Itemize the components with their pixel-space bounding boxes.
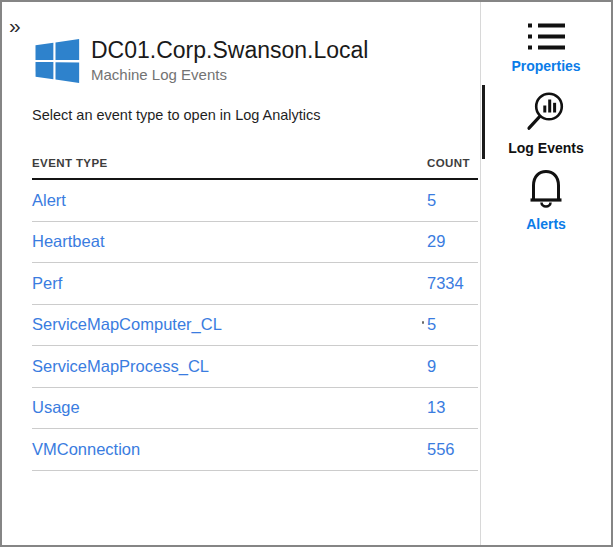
blade-header: DC01.Corp.Swanson.Local Machine Log Even… [35,38,368,83]
toolbar-item-alerts[interactable]: Alerts [481,168,611,232]
event-count-link[interactable]: 5 [427,315,478,334]
cursor-artifact [422,321,424,324]
search-analytics-icon [522,90,570,134]
event-type-table: EVENT TYPE COUNT Alert 5 Heartbeat 29 Pe… [32,150,478,471]
windows-logo-icon [35,39,80,83]
event-count-link[interactable]: 9 [427,357,478,376]
table-row[interactable]: ServiceMapProcess_CL 9 [32,346,478,388]
toolbar-item-label: Alerts [526,216,566,232]
event-type-link[interactable]: ServiceMapComputer_CL [32,315,427,334]
toolbar-item-label: Properties [511,58,580,74]
instruction-text: Select an event type to open in Log Anal… [32,107,321,123]
event-count-link[interactable]: 7334 [427,274,478,293]
table-row[interactable]: Usage 13 [32,388,478,430]
event-type-link[interactable]: Alert [32,191,427,210]
table-row[interactable]: VMConnection 556 [32,429,478,471]
machine-log-events-blade: » DC01.Corp.Swanson.Local Machine Log Ev… [0,0,613,547]
column-header-event-type: EVENT TYPE [32,157,427,169]
event-count-link[interactable]: 556 [427,440,478,459]
event-type-link[interactable]: Perf [32,274,427,293]
event-count-link[interactable]: 29 [427,232,478,251]
page-subtitle: Machine Log Events [91,66,368,83]
bulleted-list-icon [527,22,565,52]
event-type-link[interactable]: VMConnection [32,440,427,459]
table-header-row: EVENT TYPE COUNT [32,150,478,180]
table-row[interactable]: Perf 7334 [32,263,478,305]
blade-titles: DC01.Corp.Swanson.Local Machine Log Even… [91,38,368,83]
blade-toolbar: Properties Log Events Alerts [480,2,611,545]
toolbar-item-label: Log Events [508,140,583,156]
column-header-count: COUNT [427,157,478,169]
event-type-link[interactable]: ServiceMapProcess_CL [32,357,427,376]
double-chevron-right-icon: » [9,14,21,37]
bell-icon [526,168,566,210]
table-row[interactable]: Alert 5 [32,180,478,222]
event-type-link[interactable]: Heartbeat [32,232,427,251]
collapse-blade-button[interactable]: » [9,15,21,36]
event-count-link[interactable]: 13 [427,398,478,417]
toolbar-item-log-events[interactable]: Log Events [481,90,611,156]
event-type-link[interactable]: Usage [32,398,427,417]
event-count-link[interactable]: 5 [427,191,478,210]
table-row[interactable]: Heartbeat 29 [32,222,478,264]
page-title: DC01.Corp.Swanson.Local [91,38,368,64]
table-row[interactable]: ServiceMapComputer_CL 5 [32,305,478,347]
toolbar-item-properties[interactable]: Properties [481,22,611,74]
